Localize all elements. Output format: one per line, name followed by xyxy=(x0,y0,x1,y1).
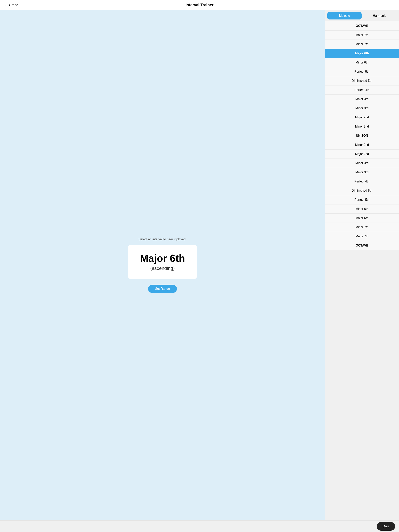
mode-toggle: Melodic Harmonic xyxy=(325,10,399,21)
interval-item[interactable]: Perfect 5th xyxy=(325,195,399,204)
interval-item[interactable]: Minor 6th xyxy=(325,58,399,67)
prompt-text: Select an interval to hear it played. xyxy=(139,238,186,241)
interval-item[interactable]: Major 6th xyxy=(325,214,399,223)
interval-item[interactable]: Minor 2nd xyxy=(325,122,399,131)
interval-item[interactable]: Minor 3rd xyxy=(325,104,399,113)
interval-item[interactable]: Minor 7th xyxy=(325,223,399,232)
interval-item[interactable]: Major 7th xyxy=(325,31,399,40)
interval-item[interactable]: UNISON xyxy=(325,131,399,140)
interval-item[interactable]: Major 3rd xyxy=(325,95,399,104)
quiz-button[interactable]: Quiz xyxy=(377,522,395,531)
interval-direction: (ascending) xyxy=(140,266,185,271)
set-range-button[interactable]: Set Range xyxy=(148,285,177,293)
right-panel: Melodic Harmonic OCTAVEMajor 7thMinor 7t… xyxy=(325,10,399,520)
interval-item[interactable]: Major 2nd xyxy=(325,113,399,122)
interval-card: Major 6th (ascending) xyxy=(128,245,197,279)
interval-item[interactable]: Major 6th xyxy=(325,49,399,58)
interval-item[interactable]: Perfect 4th xyxy=(325,85,399,95)
header: ← Grade Interval Trainer xyxy=(0,0,399,10)
bottom-bar: Quiz xyxy=(0,520,399,532)
harmonic-mode-button[interactable]: Harmonic xyxy=(362,12,397,19)
interval-item[interactable]: Perfect 4th xyxy=(325,177,399,186)
page-title: Interval Trainer xyxy=(186,3,213,7)
left-panel: Select an interval to hear it played. Ma… xyxy=(0,10,325,520)
main-layout: Select an interval to hear it played. Ma… xyxy=(0,10,399,520)
interval-item[interactable]: Major 7th xyxy=(325,232,399,241)
melodic-mode-button[interactable]: Melodic xyxy=(327,12,362,19)
interval-item[interactable]: OCTAVE xyxy=(325,241,399,250)
interval-item[interactable]: Minor 2nd xyxy=(325,140,399,150)
interval-name: Major 6th xyxy=(140,253,185,264)
back-button[interactable]: ← Grade xyxy=(4,3,18,7)
back-label: Grade xyxy=(9,3,18,7)
interval-list: OCTAVEMajor 7thMinor 7thMajor 6thMinor 6… xyxy=(325,21,399,520)
interval-item[interactable]: Diminished 5th xyxy=(325,76,399,85)
interval-item[interactable]: OCTAVE xyxy=(325,21,399,31)
interval-item[interactable]: Minor 6th xyxy=(325,204,399,214)
interval-item[interactable]: Diminished 5th xyxy=(325,186,399,195)
interval-item[interactable]: Minor 7th xyxy=(325,40,399,49)
interval-item[interactable]: Major 2nd xyxy=(325,150,399,159)
interval-item[interactable]: Major 3rd xyxy=(325,168,399,177)
interval-item[interactable]: Minor 3rd xyxy=(325,159,399,168)
back-arrow-icon: ← xyxy=(4,3,8,7)
interval-item[interactable]: Perfect 5th xyxy=(325,67,399,76)
